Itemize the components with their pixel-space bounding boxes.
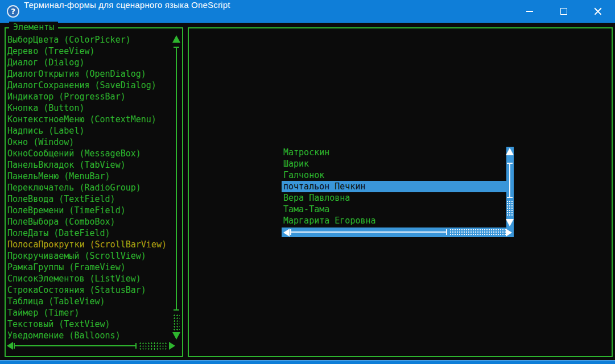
name-list-item[interactable]: Галчонок [282, 169, 507, 181]
element-list-item[interactable]: Индикатор (ProgressBar) [6, 91, 171, 102]
window-title: Терминал-формы для сценарного языка OneS… [24, 0, 230, 23]
name-list-item[interactable]: Шарик [282, 158, 507, 169]
elements-horizontal-scrollbar[interactable] [7, 341, 175, 350]
element-list-item[interactable]: Текстовый (TextView) [6, 318, 171, 330]
scroll-left-icon[interactable] [7, 342, 13, 350]
element-list-item[interactable]: ПолеВыбора (ComboBox) [6, 216, 171, 228]
name-list-item[interactable]: Маргарита Егоровна [282, 215, 507, 226]
help-icon-glyph: ? [11, 7, 15, 16]
horizontal-scroll-track[interactable] [14, 345, 137, 346]
vertical-scroll-thumb[interactable] [173, 314, 180, 332]
scroll-up-icon[interactable] [172, 35, 180, 43]
element-list-item[interactable]: ДиалогОткрытия (OpenDialog) [6, 68, 171, 80]
horizontal-scroll-track[interactable] [290, 231, 447, 233]
app-window: ? Терминал-формы для сценарного языка On… [0, 0, 615, 364]
element-list-item[interactable]: Таймер (Timer) [6, 307, 171, 318]
vertical-scroll-thumb[interactable] [506, 200, 514, 216]
names-horizontal-scrollbar[interactable] [282, 228, 514, 237]
minimize-icon [526, 11, 533, 12]
scroll-down-icon[interactable] [172, 332, 180, 340]
scroll-right-icon[interactable] [169, 342, 175, 350]
name-list-item[interactable]: Матроскин [282, 147, 507, 158]
element-list-item[interactable]: СписокЭлементов (ListView) [6, 273, 171, 284]
name-list-item[interactable]: почтальон Печкин [282, 181, 507, 192]
elements-frame: Элементы ВыборЦвета (ColorPicker)Дерево … [5, 27, 183, 357]
vertical-scroll-track[interactable] [176, 47, 177, 311]
name-list-item[interactable]: Вера Павловна [282, 192, 507, 204]
element-list-item[interactable]: Переключатель (RadioGroup) [6, 182, 171, 193]
element-list-item[interactable]: Кнопка (Button) [6, 102, 171, 114]
element-list-item[interactable]: Дерево (TreeView) [6, 46, 171, 57]
element-list-item[interactable]: ПанельМеню (MenuBar) [6, 171, 171, 182]
horizontal-scroll-thumb[interactable] [139, 342, 167, 350]
element-list-item[interactable]: ПолеВремени (TimeField) [6, 205, 171, 216]
window-bottom-border [0, 360, 615, 364]
vertical-scroll-track[interactable] [509, 163, 510, 198]
element-list-item[interactable]: ОкноСообщений (MessageBox) [6, 148, 171, 159]
close-icon [593, 7, 602, 16]
scroll-left-icon[interactable] [283, 229, 290, 237]
element-list-item[interactable]: ПолеВвода (TextField) [6, 193, 171, 205]
scroll-down-icon[interactable] [506, 219, 514, 226]
name-list-item[interactable]: Тама-Тама [282, 204, 507, 215]
element-list-item[interactable]: ВыборЦвета (ColorPicker) [6, 34, 171, 46]
close-button[interactable] [581, 0, 615, 23]
help-icon: ? [7, 5, 19, 18]
element-list-item[interactable]: СтрокаСостояния (StatusBar) [6, 284, 171, 296]
element-list-item[interactable]: РамкаГруппы (FrameView) [6, 262, 171, 273]
scroll-right-icon[interactable] [506, 229, 512, 237]
element-list-item[interactable]: Надпись (Label) [6, 125, 171, 136]
horizontal-scroll-thumb[interactable] [449, 229, 506, 236]
element-list-item[interactable]: КонтекстноеМеню (ContextMenu) [6, 114, 171, 125]
elements-vertical-scrollbar[interactable] [172, 35, 180, 341]
element-list-item[interactable]: Диалог (Dialog) [6, 57, 171, 68]
names-list[interactable]: МатроскинШарикГалчонокпочтальон ПечкинВе… [282, 147, 507, 226]
minimize-button[interactable] [513, 0, 547, 23]
maximize-icon [560, 8, 567, 15]
maximize-button[interactable] [547, 0, 581, 23]
element-list-item[interactable]: Таблица (TableView) [6, 296, 171, 307]
element-list-item[interactable]: ПолосаПрокрутки (ScrollBarView) [6, 239, 171, 250]
titlebar: ? Терминал-формы для сценарного языка On… [0, 0, 615, 23]
element-list-item[interactable]: ДиалогСохранения (SaveDialog) [6, 80, 171, 91]
element-list-item[interactable]: Прокручиваемый (ScrollView) [6, 250, 171, 262]
scroll-up-icon[interactable] [506, 148, 514, 155]
element-list-item[interactable]: ПанельВкладок (TabView) [6, 159, 171, 171]
element-list-item[interactable]: ПолеДаты (DateField) [6, 228, 171, 239]
demo-frame: МатроскинШарикГалчонокпочтальон ПечкинВе… [188, 27, 613, 357]
window-controls [513, 0, 615, 23]
element-list-item[interactable]: Уведомление (Balloons) [6, 330, 171, 341]
elements-list[interactable]: ВыборЦвета (ColorPicker)Дерево (TreeView… [6, 34, 171, 341]
element-list-item[interactable]: Окно (Window) [6, 136, 171, 148]
elements-frame-label: Элементы [9, 22, 58, 33]
names-vertical-scrollbar[interactable] [506, 147, 514, 228]
